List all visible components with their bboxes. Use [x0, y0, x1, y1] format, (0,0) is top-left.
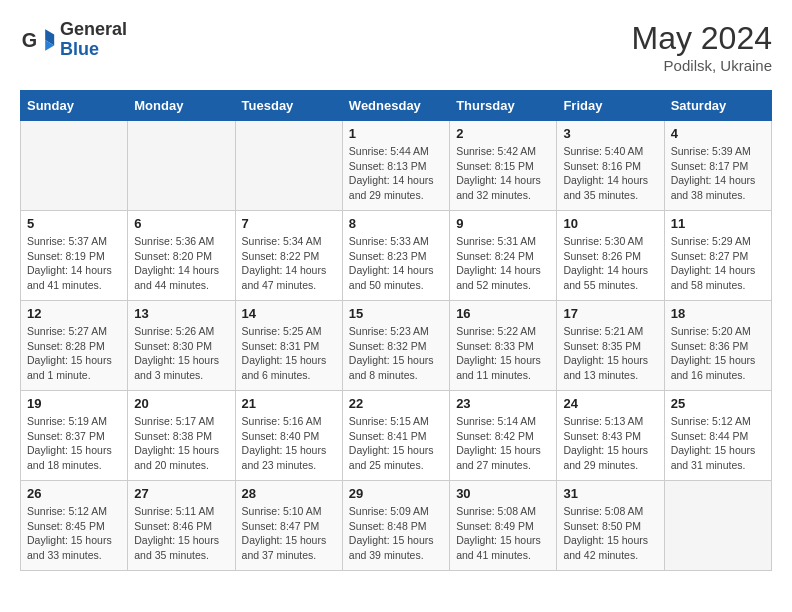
- day-info: Sunrise: 5:19 AMSunset: 8:37 PMDaylight:…: [27, 414, 121, 473]
- day-info: Sunrise: 5:14 AMSunset: 8:42 PMDaylight:…: [456, 414, 550, 473]
- calendar-cell: 4Sunrise: 5:39 AMSunset: 8:17 PMDaylight…: [664, 121, 771, 211]
- calendar-body: 1Sunrise: 5:44 AMSunset: 8:13 PMDaylight…: [21, 121, 772, 571]
- title-block: May 2024 Podilsk, Ukraine: [631, 20, 772, 74]
- day-info: Sunrise: 5:11 AMSunset: 8:46 PMDaylight:…: [134, 504, 228, 563]
- day-header-tuesday: Tuesday: [235, 91, 342, 121]
- day-info: Sunrise: 5:40 AMSunset: 8:16 PMDaylight:…: [563, 144, 657, 203]
- calendar-cell: 30Sunrise: 5:08 AMSunset: 8:49 PMDayligh…: [450, 481, 557, 571]
- calendar-cell: [235, 121, 342, 211]
- day-info: Sunrise: 5:12 AMSunset: 8:45 PMDaylight:…: [27, 504, 121, 563]
- svg-text:G: G: [22, 29, 37, 51]
- day-header-saturday: Saturday: [664, 91, 771, 121]
- calendar-cell: 29Sunrise: 5:09 AMSunset: 8:48 PMDayligh…: [342, 481, 449, 571]
- calendar-table: SundayMondayTuesdayWednesdayThursdayFrid…: [20, 90, 772, 571]
- day-number: 10: [563, 216, 657, 231]
- day-info: Sunrise: 5:09 AMSunset: 8:48 PMDaylight:…: [349, 504, 443, 563]
- calendar-cell: 13Sunrise: 5:26 AMSunset: 8:30 PMDayligh…: [128, 301, 235, 391]
- logo: G General Blue: [20, 20, 127, 60]
- day-info: Sunrise: 5:20 AMSunset: 8:36 PMDaylight:…: [671, 324, 765, 383]
- day-info: Sunrise: 5:34 AMSunset: 8:22 PMDaylight:…: [242, 234, 336, 293]
- day-info: Sunrise: 5:27 AMSunset: 8:28 PMDaylight:…: [27, 324, 121, 383]
- day-number: 20: [134, 396, 228, 411]
- calendar-cell: 23Sunrise: 5:14 AMSunset: 8:42 PMDayligh…: [450, 391, 557, 481]
- calendar-week-1: 1Sunrise: 5:44 AMSunset: 8:13 PMDaylight…: [21, 121, 772, 211]
- calendar-cell: 8Sunrise: 5:33 AMSunset: 8:23 PMDaylight…: [342, 211, 449, 301]
- calendar-cell: 5Sunrise: 5:37 AMSunset: 8:19 PMDaylight…: [21, 211, 128, 301]
- calendar-header: SundayMondayTuesdayWednesdayThursdayFrid…: [21, 91, 772, 121]
- calendar-week-5: 26Sunrise: 5:12 AMSunset: 8:45 PMDayligh…: [21, 481, 772, 571]
- day-info: Sunrise: 5:25 AMSunset: 8:31 PMDaylight:…: [242, 324, 336, 383]
- day-number: 6: [134, 216, 228, 231]
- day-number: 8: [349, 216, 443, 231]
- day-number: 5: [27, 216, 121, 231]
- logo-text: General Blue: [60, 20, 127, 60]
- calendar-cell: 7Sunrise: 5:34 AMSunset: 8:22 PMDaylight…: [235, 211, 342, 301]
- day-number: 7: [242, 216, 336, 231]
- calendar-cell: 28Sunrise: 5:10 AMSunset: 8:47 PMDayligh…: [235, 481, 342, 571]
- day-info: Sunrise: 5:37 AMSunset: 8:19 PMDaylight:…: [27, 234, 121, 293]
- logo-blue: Blue: [60, 40, 127, 60]
- calendar-cell: [128, 121, 235, 211]
- day-info: Sunrise: 5:26 AMSunset: 8:30 PMDaylight:…: [134, 324, 228, 383]
- calendar-cell: 6Sunrise: 5:36 AMSunset: 8:20 PMDaylight…: [128, 211, 235, 301]
- logo-general: General: [60, 20, 127, 40]
- day-number: 1: [349, 126, 443, 141]
- calendar-cell: 24Sunrise: 5:13 AMSunset: 8:43 PMDayligh…: [557, 391, 664, 481]
- day-info: Sunrise: 5:31 AMSunset: 8:24 PMDaylight:…: [456, 234, 550, 293]
- calendar-cell: [21, 121, 128, 211]
- calendar-cell: 26Sunrise: 5:12 AMSunset: 8:45 PMDayligh…: [21, 481, 128, 571]
- calendar-cell: 16Sunrise: 5:22 AMSunset: 8:33 PMDayligh…: [450, 301, 557, 391]
- day-info: Sunrise: 5:29 AMSunset: 8:27 PMDaylight:…: [671, 234, 765, 293]
- month-year-title: May 2024: [631, 20, 772, 57]
- calendar-cell: 31Sunrise: 5:08 AMSunset: 8:50 PMDayligh…: [557, 481, 664, 571]
- day-info: Sunrise: 5:36 AMSunset: 8:20 PMDaylight:…: [134, 234, 228, 293]
- day-number: 21: [242, 396, 336, 411]
- calendar-cell: 10Sunrise: 5:30 AMSunset: 8:26 PMDayligh…: [557, 211, 664, 301]
- calendar-cell: 21Sunrise: 5:16 AMSunset: 8:40 PMDayligh…: [235, 391, 342, 481]
- calendar-cell: 17Sunrise: 5:21 AMSunset: 8:35 PMDayligh…: [557, 301, 664, 391]
- day-info: Sunrise: 5:16 AMSunset: 8:40 PMDaylight:…: [242, 414, 336, 473]
- day-number: 27: [134, 486, 228, 501]
- day-number: 17: [563, 306, 657, 321]
- day-info: Sunrise: 5:08 AMSunset: 8:50 PMDaylight:…: [563, 504, 657, 563]
- day-info: Sunrise: 5:42 AMSunset: 8:15 PMDaylight:…: [456, 144, 550, 203]
- day-number: 31: [563, 486, 657, 501]
- day-header-wednesday: Wednesday: [342, 91, 449, 121]
- day-headers-row: SundayMondayTuesdayWednesdayThursdayFrid…: [21, 91, 772, 121]
- logo-icon: G: [20, 22, 56, 58]
- day-info: Sunrise: 5:44 AMSunset: 8:13 PMDaylight:…: [349, 144, 443, 203]
- day-number: 25: [671, 396, 765, 411]
- day-info: Sunrise: 5:23 AMSunset: 8:32 PMDaylight:…: [349, 324, 443, 383]
- day-number: 4: [671, 126, 765, 141]
- day-info: Sunrise: 5:17 AMSunset: 8:38 PMDaylight:…: [134, 414, 228, 473]
- day-number: 2: [456, 126, 550, 141]
- calendar-cell: 14Sunrise: 5:25 AMSunset: 8:31 PMDayligh…: [235, 301, 342, 391]
- day-number: 15: [349, 306, 443, 321]
- calendar-cell: 15Sunrise: 5:23 AMSunset: 8:32 PMDayligh…: [342, 301, 449, 391]
- day-info: Sunrise: 5:21 AMSunset: 8:35 PMDaylight:…: [563, 324, 657, 383]
- calendar-cell: 18Sunrise: 5:20 AMSunset: 8:36 PMDayligh…: [664, 301, 771, 391]
- calendar-cell: 22Sunrise: 5:15 AMSunset: 8:41 PMDayligh…: [342, 391, 449, 481]
- calendar-cell: 12Sunrise: 5:27 AMSunset: 8:28 PMDayligh…: [21, 301, 128, 391]
- day-number: 3: [563, 126, 657, 141]
- day-info: Sunrise: 5:22 AMSunset: 8:33 PMDaylight:…: [456, 324, 550, 383]
- day-number: 11: [671, 216, 765, 231]
- day-header-friday: Friday: [557, 91, 664, 121]
- day-number: 24: [563, 396, 657, 411]
- calendar-cell: 19Sunrise: 5:19 AMSunset: 8:37 PMDayligh…: [21, 391, 128, 481]
- day-number: 28: [242, 486, 336, 501]
- day-info: Sunrise: 5:12 AMSunset: 8:44 PMDaylight:…: [671, 414, 765, 473]
- calendar-cell: 27Sunrise: 5:11 AMSunset: 8:46 PMDayligh…: [128, 481, 235, 571]
- day-number: 9: [456, 216, 550, 231]
- calendar-cell: 2Sunrise: 5:42 AMSunset: 8:15 PMDaylight…: [450, 121, 557, 211]
- day-number: 16: [456, 306, 550, 321]
- location-subtitle: Podilsk, Ukraine: [631, 57, 772, 74]
- day-number: 13: [134, 306, 228, 321]
- day-number: 22: [349, 396, 443, 411]
- day-number: 23: [456, 396, 550, 411]
- day-header-thursday: Thursday: [450, 91, 557, 121]
- calendar-cell: 3Sunrise: 5:40 AMSunset: 8:16 PMDaylight…: [557, 121, 664, 211]
- calendar-week-3: 12Sunrise: 5:27 AMSunset: 8:28 PMDayligh…: [21, 301, 772, 391]
- day-info: Sunrise: 5:13 AMSunset: 8:43 PMDaylight:…: [563, 414, 657, 473]
- day-number: 30: [456, 486, 550, 501]
